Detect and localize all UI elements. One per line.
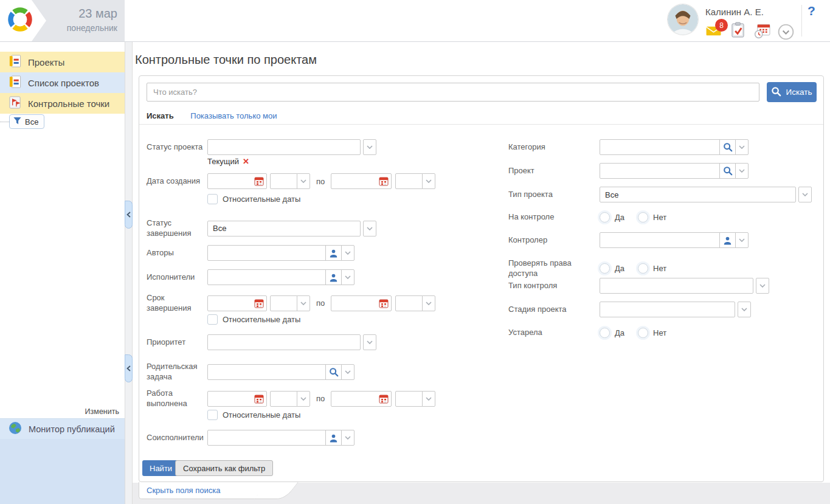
dropdown-button[interactable]: [738, 302, 751, 317]
sidebar-item-projects[interactable]: Проекты: [0, 52, 125, 72]
obsolete-no-radio[interactable]: [638, 328, 648, 338]
check-access-yes-radio[interactable]: [600, 263, 610, 274]
find-button[interactable]: Найти: [142, 460, 179, 476]
relative-dates-checkbox[interactable]: [207, 410, 218, 420]
check-access-no-radio[interactable]: [638, 263, 648, 274]
sidebar-item-milestones[interactable]: Контрольные точки: [0, 93, 125, 114]
tab-search[interactable]: Искать: [147, 111, 174, 120]
completion-status-select[interactable]: Все: [207, 221, 361, 236]
on-control-no-radio[interactable]: [638, 212, 648, 223]
dropdown-button[interactable]: [363, 221, 376, 236]
controller-input-box[interactable]: [600, 232, 720, 248]
executors-input[interactable]: [208, 271, 335, 280]
due-date-to-input[interactable]: [331, 295, 392, 311]
pick-category-button[interactable]: [719, 139, 736, 155]
calendar-icon[interactable]: [379, 394, 389, 406]
app-logo[interactable]: [0, 0, 46, 41]
category-input[interactable]: [600, 141, 729, 150]
sidebar-item-publications-monitor[interactable]: Монитор публикаций: [0, 418, 125, 439]
authors-input[interactable]: [208, 247, 335, 256]
dropdown-button[interactable]: [341, 245, 354, 261]
creation-time-from-select[interactable]: [270, 173, 297, 189]
date-input[interactable]: [331, 299, 378, 308]
parent-task-input-box[interactable]: [207, 364, 326, 380]
save-as-filter-button[interactable]: Сохранить как фильтр: [175, 460, 273, 476]
project-stage-select[interactable]: [600, 302, 735, 317]
dropdown-button[interactable]: [735, 163, 749, 179]
dropdown-button[interactable]: [297, 173, 310, 189]
dropdown-button[interactable]: [735, 139, 749, 155]
project-type-select[interactable]: Все: [600, 187, 796, 202]
parent-task-input[interactable]: [208, 366, 335, 375]
date-input[interactable]: [208, 394, 254, 403]
sidebar-filter-all[interactable]: Все: [0, 114, 44, 129]
coexecutors-input[interactable]: [208, 432, 335, 441]
dropdown-button[interactable]: [422, 295, 435, 311]
pick-person-button[interactable]: [325, 430, 342, 446]
filter-chip[interactable]: Все: [9, 114, 44, 129]
help-icon[interactable]: ?: [808, 4, 815, 18]
pick-person-button[interactable]: [325, 269, 342, 285]
calendar-clock-icon[interactable]: [754, 24, 770, 41]
relative-dates-checkbox[interactable]: [207, 194, 218, 204]
relative-dates-checkbox[interactable]: [207, 314, 218, 325]
dropdown-button[interactable]: [798, 187, 812, 202]
dropdown-button[interactable]: [341, 364, 354, 380]
date-input[interactable]: [208, 299, 254, 308]
dropdown-button[interactable]: [756, 278, 769, 294]
user-name[interactable]: Калинин А. Е.: [705, 7, 764, 17]
work-done-time-from-select[interactable]: [270, 391, 297, 407]
search-button[interactable]: Искать: [767, 82, 817, 102]
avatar[interactable]: [668, 4, 698, 35]
executors-input-box[interactable]: [207, 269, 326, 285]
dropdown-button[interactable]: [341, 430, 354, 446]
dropdown-button[interactable]: [341, 269, 354, 285]
dropdown-button[interactable]: [422, 173, 435, 189]
controller-input[interactable]: [600, 234, 729, 243]
due-time-from-select[interactable]: [270, 295, 297, 311]
due-date-from-input[interactable]: [207, 295, 267, 311]
creation-date-from-input[interactable]: [207, 173, 267, 189]
tab-only-mine[interactable]: Показывать только мои: [190, 111, 277, 120]
calendar-icon[interactable]: [254, 394, 264, 406]
collapse-sidebar-handle[interactable]: [125, 201, 133, 229]
remove-tag-icon[interactable]: ✕: [243, 157, 249, 166]
search-input[interactable]: [147, 83, 759, 102]
authors-input-box[interactable]: [207, 245, 326, 261]
date-input[interactable]: [331, 177, 378, 186]
date-input[interactable]: [331, 394, 378, 403]
project-input[interactable]: [600, 165, 729, 174]
project-input-box[interactable]: [600, 163, 720, 179]
sidebar-item-project-list[interactable]: Список проектов: [0, 72, 125, 93]
hide-search-fields-link[interactable]: Скрыть поля поиска: [147, 486, 220, 495]
calendar-icon[interactable]: [379, 299, 389, 311]
on-control-yes-radio[interactable]: [600, 212, 610, 223]
expand-menu-icon[interactable]: [778, 24, 794, 43]
pick-task-button[interactable]: [325, 364, 342, 380]
dropdown-button[interactable]: [735, 232, 749, 248]
category-input-box[interactable]: [600, 139, 720, 155]
dropdown-button[interactable]: [297, 295, 310, 311]
creation-time-to-select[interactable]: [395, 173, 423, 189]
edit-link[interactable]: Изменить: [85, 407, 119, 416]
pick-person-button[interactable]: [325, 245, 342, 261]
due-time-to-select[interactable]: [395, 295, 423, 311]
dropdown-button[interactable]: [297, 391, 310, 407]
calendar-icon[interactable]: [379, 176, 389, 188]
dropdown-button[interactable]: [422, 391, 435, 407]
control-type-select[interactable]: [600, 278, 753, 294]
work-done-time-to-select[interactable]: [395, 391, 423, 407]
collapse-sidebar-handle-2[interactable]: [125, 354, 133, 382]
creation-date-to-input[interactable]: [331, 173, 392, 189]
work-done-from-input[interactable]: [207, 391, 267, 407]
calendar-icon[interactable]: [254, 299, 264, 311]
coexecutors-input-box[interactable]: [207, 430, 326, 446]
obsolete-yes-radio[interactable]: [600, 328, 610, 338]
work-done-to-input[interactable]: [331, 391, 392, 407]
panel-splitter[interactable]: [125, 42, 133, 504]
project-status-select[interactable]: [207, 139, 361, 155]
pick-project-button[interactable]: [719, 163, 736, 179]
pick-person-button[interactable]: [719, 232, 736, 248]
dropdown-button[interactable]: [363, 334, 376, 350]
priority-select[interactable]: [207, 334, 361, 350]
